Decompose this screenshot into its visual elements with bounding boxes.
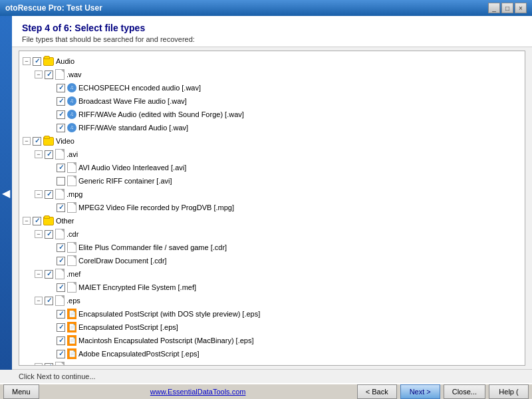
checkbox-avi-1[interactable] xyxy=(57,164,65,172)
help-button[interactable]: Help ( xyxy=(489,384,529,399)
item-label-avi-ext: .avi xyxy=(66,148,78,160)
expand-btn-mpg-ext[interactable]: − xyxy=(35,190,43,198)
checkbox-eps-4[interactable] xyxy=(57,350,65,358)
expand-btn-mef-ext[interactable]: − xyxy=(35,270,43,278)
checkbox-arw-ext[interactable] xyxy=(45,363,53,366)
doc-icon: 📄 xyxy=(67,335,76,346)
tree-item-mef-ext[interactable]: −.mef xyxy=(23,267,521,281)
tree-item-cdr-2[interactable]: CorelDraw Document [.cdr] xyxy=(23,254,521,267)
file-icon xyxy=(67,162,76,173)
tree-item-cdr-1[interactable]: Elite Plus Commander file / saved game [… xyxy=(23,241,521,254)
file-type-tree[interactable]: −Audio−.wav♫ECHOSPEECH encoded audio [.w… xyxy=(19,51,525,366)
checkbox-audio[interactable] xyxy=(33,57,41,66)
tree-item-wav-3[interactable]: ♫RIFF/WAVe Audio (edited with Sound Forg… xyxy=(23,108,521,121)
checkbox-video[interactable] xyxy=(33,137,41,146)
expand-btn-eps-ext[interactable]: − xyxy=(35,297,43,305)
tree-item-avi-2[interactable]: Generic RIFF container [.avi] xyxy=(23,174,521,188)
item-label-eps-2: Encapsulated PostScript [.eps] xyxy=(78,321,178,333)
bottom-left: Menu xyxy=(3,384,39,399)
file-icon xyxy=(67,255,76,266)
item-label-eps-1: Encapsulated PostScript (with DOS style … xyxy=(78,308,260,320)
left-sidebar: ◀ xyxy=(0,16,12,370)
file-icon xyxy=(67,176,76,186)
item-label-avi-1: AVI Audio Video Interleaved [.avi] xyxy=(78,162,186,174)
checkbox-eps-2[interactable] xyxy=(57,323,65,332)
item-label-wav-2: Broadcast Wave File audio [.wav] xyxy=(78,95,187,107)
maximize-button[interactable]: □ xyxy=(501,3,513,13)
file-icon xyxy=(67,202,76,213)
tree-item-audio[interactable]: −Audio xyxy=(23,55,521,68)
tree-item-video[interactable]: −Video xyxy=(23,134,521,148)
item-label-cdr-ext: .cdr xyxy=(66,228,78,240)
sidebar-arrow[interactable]: ◀ xyxy=(2,187,10,200)
checkbox-mef-1[interactable] xyxy=(57,283,65,292)
item-label-mpg-ext: .mpg xyxy=(66,188,82,200)
tree-item-wav-2[interactable]: ♫Broadcast Wave File audio [.wav] xyxy=(23,94,521,108)
tree-item-eps-4[interactable]: 📄Adobe EncapsulatedPostScript [.eps] xyxy=(23,347,521,360)
item-label-mef-ext: .mef xyxy=(66,268,80,280)
close-button[interactable]: Close... xyxy=(444,384,485,399)
bottom-right: < Back Next > Close... Help ( xyxy=(357,384,529,399)
tree-item-eps-2[interactable]: 📄Encapsulated PostScript [.eps] xyxy=(23,321,521,334)
website-link[interactable]: www.EssentialDataTools.com xyxy=(150,388,246,396)
expand-btn-video[interactable]: − xyxy=(23,137,31,145)
back-button[interactable]: < Back xyxy=(357,384,397,399)
checkbox-eps-1[interactable] xyxy=(57,310,65,319)
checkbox-cdr-2[interactable] xyxy=(57,257,65,265)
checkbox-cdr-1[interactable] xyxy=(57,243,65,252)
step-header: Step 4 of 6: Select file types File type… xyxy=(12,16,532,47)
checkbox-eps-ext[interactable] xyxy=(45,297,53,305)
checkbox-eps-3[interactable] xyxy=(57,336,65,345)
doc-icon: 📄 xyxy=(67,309,76,319)
tree-item-wav-4[interactable]: ♫RIFF/WAVe standard Audio [.wav] xyxy=(23,121,521,134)
status-text: Click Next to continue... xyxy=(19,372,96,380)
menu-button[interactable]: Menu xyxy=(3,384,39,399)
item-label-avi-2: Generic RIFF container [.avi] xyxy=(78,175,172,187)
title-bar: otoRescue Pro: Test User _ □ × xyxy=(0,0,532,16)
expand-btn-audio[interactable]: − xyxy=(23,57,31,65)
next-button[interactable]: Next > xyxy=(400,384,440,399)
close-window-button[interactable]: × xyxy=(515,3,527,13)
checkbox-mef-ext[interactable] xyxy=(45,270,53,279)
tree-item-mpg-ext[interactable]: −.mpg xyxy=(23,188,521,201)
tree-item-mpg-1[interactable]: MPEG2 Video File recorded by ProgDVB [.m… xyxy=(23,201,521,214)
checkbox-wav-4[interactable] xyxy=(57,124,65,132)
expand-btn-wav-ext[interactable]: − xyxy=(35,70,43,78)
checkbox-wav-1[interactable] xyxy=(57,84,65,92)
expand-btn-other[interactable]: − xyxy=(23,217,31,225)
file-icon xyxy=(55,69,65,80)
checkbox-cdr-ext[interactable] xyxy=(45,230,53,239)
checkbox-mpg-1[interactable] xyxy=(57,203,65,212)
expand-btn-arw-ext[interactable]: − xyxy=(35,363,43,366)
checkbox-avi-2[interactable] xyxy=(57,177,65,186)
tree-item-arw-ext[interactable]: −.arw xyxy=(23,360,521,366)
tree-item-cdr-ext[interactable]: −.cdr xyxy=(23,227,521,241)
tree-item-wav-ext[interactable]: −.wav xyxy=(23,68,521,81)
step-title: Step 4 of 6: Select file types xyxy=(22,23,522,33)
tree-item-other[interactable]: −Other xyxy=(23,214,521,227)
tree-item-avi-ext[interactable]: −.avi xyxy=(23,148,521,161)
tree-item-eps-1[interactable]: 📄Encapsulated PostScript (with DOS style… xyxy=(23,307,521,321)
checkbox-wav-2[interactable] xyxy=(57,97,65,106)
checkbox-other[interactable] xyxy=(33,217,41,225)
item-label-eps-4: Adobe EncapsulatedPostScript [.eps] xyxy=(78,348,200,360)
title-bar-text: otoRescue Pro: Test User xyxy=(5,3,102,13)
expand-btn-avi-ext[interactable]: − xyxy=(35,150,43,158)
tree-item-eps-3[interactable]: 📄Macintosh Encapsulated Postscript (MacB… xyxy=(23,334,521,347)
file-icon xyxy=(55,229,65,239)
folder-icon xyxy=(43,137,54,146)
tree-item-avi-1[interactable]: AVI Audio Video Interleaved [.avi] xyxy=(23,161,521,174)
expand-btn-cdr-ext[interactable]: − xyxy=(35,230,43,238)
tree-item-wav-1[interactable]: ♫ECHOSPEECH encoded audio [.wav] xyxy=(23,81,521,94)
doc-icon: 📄 xyxy=(67,322,76,332)
bottom-bar: Menu www.EssentialDataTools.com < Back N… xyxy=(0,383,532,399)
title-bar-buttons[interactable]: _ □ × xyxy=(488,3,527,13)
minimize-button[interactable]: _ xyxy=(488,3,500,13)
checkbox-avi-ext[interactable] xyxy=(45,150,53,159)
checkbox-wav-3[interactable] xyxy=(57,110,65,119)
item-label-audio: Audio xyxy=(56,55,74,67)
tree-item-eps-ext[interactable]: −.eps xyxy=(23,294,521,307)
checkbox-wav-ext[interactable] xyxy=(45,70,53,79)
tree-item-mef-1[interactable]: MAIET Encrypted File System [.mef] xyxy=(23,281,521,294)
checkbox-mpg-ext[interactable] xyxy=(45,190,53,199)
